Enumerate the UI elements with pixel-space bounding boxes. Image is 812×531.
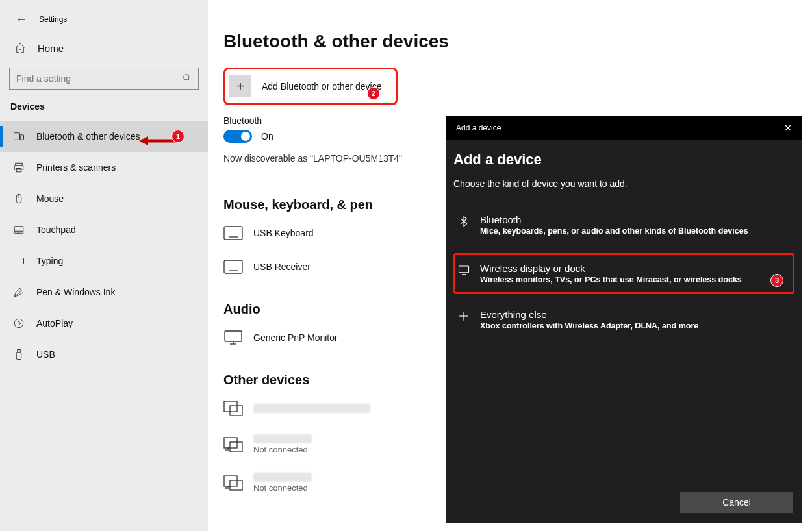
sidebar-item-autoplay[interactable]: AutoPlay [0, 308, 208, 339]
svg-point-16 [14, 319, 23, 328]
svg-rect-56 [224, 476, 237, 486]
sidebar-item-label: Printers & scanners [36, 162, 116, 173]
keyboard-icon [223, 225, 243, 241]
printer-icon [13, 162, 25, 173]
sidebar-item-usb[interactable]: USB [0, 339, 208, 370]
plus-icon [458, 310, 470, 322]
plus-icon: + [229, 75, 251, 97]
option-desc: Xbox controllers with Wireless Adapter, … [480, 321, 698, 330]
search-icon [183, 73, 192, 84]
bluetooth-toggle[interactable] [223, 130, 252, 143]
autoplay-icon [13, 317, 25, 329]
window-title: Settings [39, 15, 67, 24]
dialog-heading: Add a device [453, 151, 794, 168]
svg-rect-49 [225, 331, 242, 341]
redacted-text [253, 404, 370, 413]
svg-rect-11 [14, 258, 24, 264]
dialog-option-wireless-display[interactable]: Wireless display or dock Wireless monito… [453, 253, 794, 294]
option-title: Everything else [480, 309, 698, 320]
sidebar-item-printers[interactable]: Printers & scanners [0, 152, 208, 183]
keyboard-icon [223, 259, 243, 275]
svg-point-0 [184, 74, 189, 79]
media-device-icon [223, 475, 243, 491]
back-icon[interactable]: ← [16, 13, 27, 27]
add-device-button[interactable]: + Add Bluetooth or other device 2 [223, 68, 398, 105]
redacted-text [253, 434, 312, 443]
device-name: USB Receiver [253, 262, 311, 272]
search-input[interactable] [16, 73, 172, 84]
device-status: Not connected [253, 445, 312, 454]
svg-rect-58 [459, 266, 469, 273]
svg-rect-55 [230, 442, 242, 452]
devices-icon [13, 130, 25, 142]
sidebar-item-label: Mouse [36, 193, 64, 204]
redacted-text [253, 473, 312, 482]
dialog-titlebar-text: Add a device [456, 123, 501, 132]
dialog-titlebar: Add a device ✕ [446, 116, 802, 140]
page-title: Bluetooth & other devices [223, 31, 587, 52]
device-status: Not connected [253, 483, 312, 493]
sidebar-home[interactable]: Home [0, 35, 208, 61]
sidebar-item-label: Bluetooth & other devices [36, 131, 140, 142]
add-device-dialog: Add a device ✕ Add a device Choose the k… [446, 116, 802, 523]
svg-rect-18 [16, 352, 21, 360]
annotation-arrow-1: 1 [139, 130, 184, 149]
sidebar-item-typing[interactable]: Typing [0, 245, 208, 277]
sidebar-item-label: USB [36, 349, 55, 360]
monitor-icon [223, 330, 243, 345]
pen-icon [13, 286, 25, 298]
svg-rect-3 [16, 163, 23, 166]
annotation-badge-2: 2 [367, 87, 380, 100]
device-icon [223, 401, 243, 416]
add-device-label: Add Bluetooth or other device [262, 81, 381, 92]
sidebar-item-label: Pen & Windows Ink [36, 287, 115, 297]
sidebar-item-label: Typing [36, 256, 63, 266]
svg-rect-17 [18, 350, 21, 353]
sidebar-item-mouse[interactable]: Mouse [0, 183, 208, 214]
sidebar-home-label: Home [38, 43, 64, 54]
svg-rect-5 [16, 169, 21, 172]
device-name: Generic PnP Monitor [253, 332, 338, 343]
option-title: Bluetooth [480, 214, 748, 225]
sidebar-item-label: AutoPlay [36, 318, 73, 328]
svg-rect-52 [224, 401, 237, 412]
svg-rect-35 [224, 260, 242, 273]
sidebar-item-pen[interactable]: Pen & Windows Ink [0, 277, 208, 308]
option-desc: Wireless monitors, TVs, or PCs that use … [480, 275, 742, 284]
back-row: ← Settings [0, 9, 208, 30]
svg-rect-2 [20, 135, 23, 140]
svg-rect-54 [224, 438, 237, 448]
usb-icon [13, 349, 25, 360]
bluetooth-state: On [261, 131, 273, 142]
svg-rect-4 [14, 166, 23, 169]
option-desc: Mice, keyboards, pens, or audio and othe… [480, 227, 748, 236]
search-input-container[interactable] [9, 68, 199, 90]
bluetooth-icon [458, 216, 470, 227]
annotation-badge-3: 3 [770, 274, 783, 287]
sidebar-item-label: Touchpad [36, 225, 76, 235]
close-icon[interactable]: ✕ [784, 123, 792, 133]
sidebar-item-touchpad[interactable]: Touchpad [0, 214, 208, 245]
settings-sidebar: ← Settings Home Devices Bluetooth & othe… [0, 0, 208, 531]
touchpad-icon [13, 224, 25, 236]
option-title: Wireless display or dock [480, 263, 742, 274]
monitor-icon [458, 264, 470, 276]
keyboard-icon [13, 255, 25, 267]
home-icon [14, 42, 26, 54]
svg-marker-20 [139, 136, 148, 145]
dialog-option-everything-else[interactable]: Everything else Xbox controllers with Wi… [453, 299, 794, 340]
dialog-subheading: Choose the kind of device you want to ad… [453, 179, 794, 189]
device-name: USB Keyboard [253, 228, 314, 238]
svg-rect-57 [230, 480, 242, 490]
annotation-badge-1: 1 [171, 130, 184, 143]
svg-rect-53 [230, 406, 242, 415]
svg-rect-21 [224, 227, 242, 240]
media-device-icon [223, 437, 243, 452]
mouse-icon [13, 193, 25, 204]
dialog-option-bluetooth[interactable]: Bluetooth Mice, keyboards, pens, or audi… [453, 204, 794, 245]
cancel-button[interactable]: Cancel [680, 492, 793, 513]
svg-rect-1 [14, 133, 20, 140]
sidebar-group-header: Devices [0, 101, 208, 112]
